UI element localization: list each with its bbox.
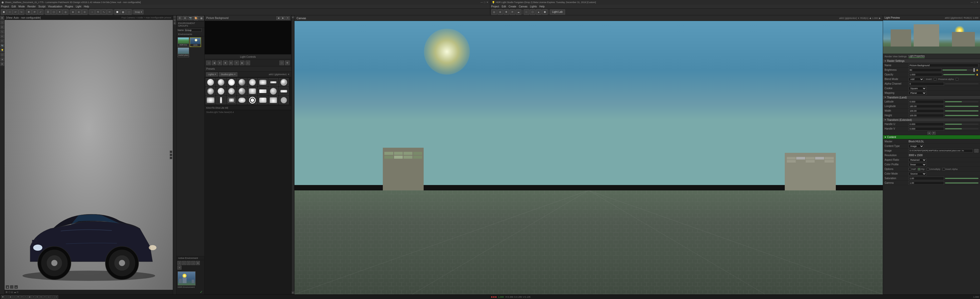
preset-10[interactable]: [216, 87, 226, 95]
alpha-slider[interactable]: [945, 83, 978, 84]
preset-12[interactable]: [237, 87, 247, 95]
toolbar-btn-14[interactable]: ⊙: [82, 9, 88, 15]
menu-project[interactable]: Project: [1, 5, 9, 8]
color-profile-select[interactable]: linear sRGB: [908, 163, 926, 166]
toolbar-btn-17[interactable]: ⤡: [101, 9, 107, 15]
sidebar-icon-paint[interactable]: ✏: [0, 34, 4, 38]
toolbar-btn-11[interactable]: ◎: [63, 9, 68, 15]
menu-edit[interactable]: Edit: [11, 5, 16, 8]
canvas-arrow-2[interactable]: ▶: [879, 17, 881, 19]
vtp-icon-2[interactable]: ◎: [173, 19, 176, 21]
btm-icon-12[interactable]: ✕: [43, 295, 47, 299]
close-btn-left[interactable]: ✕: [487, 1, 488, 3]
hdr-toolbar-btn-1[interactable]: ◎: [491, 9, 497, 15]
invert-checkbox[interactable]: [934, 78, 936, 80]
preset-22[interactable]: [258, 96, 268, 104]
toolbar-btn-6[interactable]: ⟳: [32, 9, 38, 15]
preset-21[interactable]: [248, 96, 257, 104]
btm-icon-6[interactable]: ⟳: [20, 295, 24, 299]
preset-5[interactable]: [248, 78, 257, 86]
presets-close[interactable]: ✕: [288, 73, 290, 76]
raster-settings-header[interactable]: Raster Settings: [883, 59, 980, 63]
sidebar-icon-material[interactable]: ◈: [0, 57, 4, 61]
latitude-slider[interactable]: [945, 101, 978, 102]
height-slider[interactable]: [945, 115, 978, 116]
sidebar-icon-camera[interactable]: 📷: [0, 43, 4, 48]
hdr-tab-1[interactable]: ☰: [177, 16, 182, 21]
preset-15[interactable]: [269, 87, 278, 95]
toolbar-btn-12[interactable]: ⊕: [70, 9, 76, 15]
brightness-slider[interactable]: [942, 69, 974, 70]
hdr-menu-lights[interactable]: Lights: [530, 5, 537, 8]
env-thumb-1[interactable]: HDRI Env: [178, 37, 189, 47]
lc-icon-2[interactable]: ◀: [212, 61, 216, 65]
lc-icon-8[interactable]: ▷: [245, 61, 250, 65]
menu-visualization[interactable]: Visualization: [48, 5, 62, 8]
render-view-tab[interactable]: Render View Settings: [885, 55, 907, 58]
active-env-btn-3[interactable]: ↑: [186, 261, 191, 265]
btm-icon-10[interactable]: ⊞: [35, 295, 39, 299]
height-input[interactable]: [908, 114, 944, 117]
transform-extended-header[interactable]: Transform (Extended): [883, 118, 980, 122]
maximize-btn-left[interactable]: □: [484, 1, 485, 3]
vtp-icon-1[interactable]: □: [173, 16, 176, 18]
toolbar-btn-15[interactable]: ↕: [89, 9, 95, 15]
brightness-input[interactable]: [908, 68, 942, 72]
hdr-toolbar-btn-6[interactable]: □: [524, 9, 529, 15]
toolbar-btn-2[interactable]: □: [7, 9, 13, 15]
cookie-select[interactable]: Square Circle: [908, 86, 926, 90]
gamma-input[interactable]: [908, 181, 944, 185]
minimize-btn-right[interactable]: —: [971, 1, 973, 3]
lc-icon-7[interactable]: ▶: [240, 61, 245, 65]
light-properties-tab[interactable]: Light Properties: [908, 55, 924, 58]
hdr-menu-edit[interactable]: Edit: [502, 5, 506, 8]
scroll-btn-2[interactable]: [170, 153, 172, 156]
env-name-input[interactable]: [185, 28, 202, 32]
hdr-scroll-down[interactable]: ▼: [292, 291, 294, 294]
viewport-icon-1[interactable]: ◉: [6, 285, 9, 289]
preset-14[interactable]: [258, 87, 268, 95]
saturation-slider[interactable]: [945, 178, 978, 179]
lc-icon-4[interactable]: ■: [223, 61, 228, 65]
lc-icon-6[interactable]: ✕: [234, 61, 239, 65]
transform-land-header[interactable]: Transform (Land): [883, 95, 980, 99]
vtp-icon-3[interactable]: ⊕: [173, 22, 176, 24]
studioglights-dropdown[interactable]: StudioLights: [219, 72, 237, 77]
hdr-menu-help[interactable]: Help: [539, 5, 545, 8]
toolbar-btn-9[interactable]: ⬡: [51, 9, 57, 15]
hdr-scroll-track[interactable]: [292, 19, 294, 291]
btm-icon-13[interactable]: ◎: [47, 295, 51, 299]
hdr-toolbar-btn-3[interactable]: ✤: [504, 9, 509, 15]
active-env-btn-4[interactable]: ↓: [191, 261, 195, 265]
menu-sculpt[interactable]: Sculpt: [38, 5, 45, 8]
preset-4[interactable]: [237, 78, 247, 86]
btm-icon-3[interactable]: ◉: [9, 295, 12, 299]
btm-icon-7[interactable]: ⤡: [24, 295, 27, 299]
preset-8[interactable]: [279, 78, 289, 86]
hdr-scroll-up[interactable]: ▲: [292, 16, 294, 18]
toolbar-btn-8[interactable]: ☰: [45, 9, 51, 15]
viewport-icon-2[interactable]: ⬡: [10, 285, 14, 289]
hdr-toolbar-btn-5[interactable]: ☁: [516, 9, 522, 15]
minimize-btn-left[interactable]: —: [480, 1, 483, 3]
env-thumb-active[interactable]: [178, 272, 196, 285]
hdr-tab-4[interactable]: 🎨: [193, 16, 198, 21]
viewport-icon-3[interactable]: ▲: [14, 285, 18, 289]
btm-icon-1[interactable]: ⬢: [1, 295, 5, 299]
opacity-lock-icon[interactable]: 🔒: [976, 74, 978, 76]
lc-icon-10[interactable]: ✤: [285, 61, 290, 65]
longitude-input[interactable]: [908, 104, 944, 108]
saturation-input[interactable]: [908, 177, 944, 180]
aspect-ratio-select[interactable]: Retained Stretched: [908, 158, 926, 162]
btm-icon-14[interactable]: ↕: [51, 295, 54, 299]
toolbar-btn-13[interactable]: ⊖: [76, 9, 82, 15]
preset-24[interactable]: [279, 96, 289, 104]
unmultiply-checkbox[interactable]: [927, 168, 929, 171]
handle-u-slider[interactable]: [945, 124, 978, 125]
preset-9[interactable]: [206, 87, 215, 95]
btm-icon-5[interactable]: ✤: [16, 295, 20, 299]
lc-icon-9[interactable]: ⬡: [280, 61, 284, 65]
active-env-btn-5[interactable]: ⊕: [196, 261, 200, 265]
name-input[interactable]: [908, 64, 978, 67]
hdr-toolbar-btn-9[interactable]: ⬢: [542, 9, 548, 15]
